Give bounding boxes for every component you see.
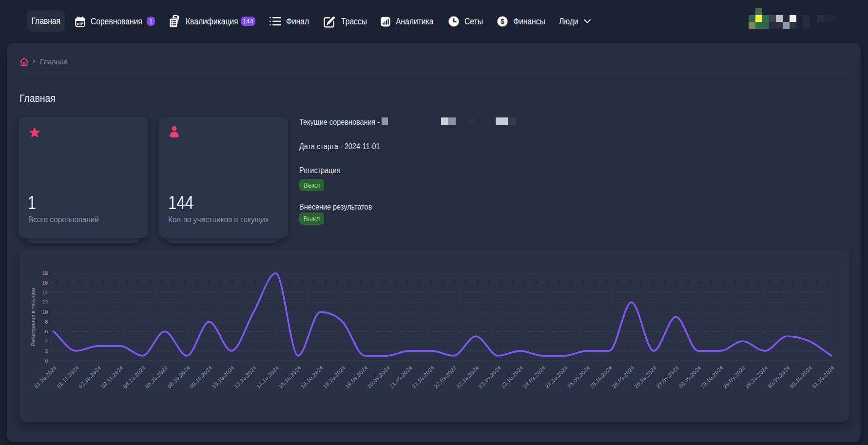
svg-text:2: 2 [45,348,48,354]
svg-text:26.09.2024: 26.09.2024 [611,365,636,389]
svg-text:22.09.2024: 22.09.2024 [433,365,458,389]
svg-text:02.11.2024: 02.11.2024 [100,365,124,389]
svg-text:10.10.2024: 10.10.2024 [211,365,235,389]
svg-text:23.10.2024: 23.10.2024 [500,365,524,389]
svg-text:6: 6 [45,329,48,334]
svg-text:04.10.2024: 04.10.2024 [122,365,147,389]
svg-text:25.09.2024: 25.09.2024 [566,365,591,389]
svg-text:28.10.2024: 28.10.2024 [699,365,724,389]
svg-text:24.09.2024: 24.09.2024 [522,365,547,389]
svg-text:14: 14 [42,290,48,295]
svg-text:30.09.2024: 30.09.2024 [766,365,791,389]
svg-text:29.09.2024: 29.09.2024 [722,365,747,389]
svg-text:18: 18 [42,271,48,276]
svg-text:13.10.2024: 13.10.2024 [233,365,258,389]
svg-text:05.10.2024: 05.10.2024 [144,365,169,389]
svg-text:19.09.2024: 19.09.2024 [344,365,369,389]
svg-text:4: 4 [45,339,48,344]
svg-text:30.10.2024: 30.10.2024 [789,365,813,389]
svg-text:27.09.2024: 27.09.2024 [655,365,680,389]
svg-text:8: 8 [45,319,48,325]
svg-text:01.11.2024: 01.11.2024 [56,365,80,389]
svg-text:Регистрация в текущем: Регистрация в текущем [30,288,36,346]
svg-text:22.10.2024: 22.10.2024 [455,365,480,389]
svg-text:12: 12 [42,300,48,305]
svg-text:18.10.2024: 18.10.2024 [322,365,347,389]
svg-text:14.10.2024: 14.10.2024 [255,365,280,389]
svg-text:26.10.2024: 26.10.2024 [633,365,658,389]
svg-text:31.10.2024: 31.10.2024 [810,365,835,389]
svg-text:10: 10 [42,310,48,315]
svg-text:16.10.2024: 16.10.2024 [300,365,325,389]
svg-text:08.10.2024: 08.10.2024 [166,365,191,389]
svg-text:0: 0 [45,358,48,364]
svg-text:25.10.2024: 25.10.2024 [588,365,613,389]
svg-text:20.09.2024: 20.09.2024 [366,365,391,389]
svg-text:02.10.2024: 02.10.2024 [77,365,102,389]
svg-text:01.10.2024: 01.10.2024 [33,365,58,389]
svg-text:29.10.2024: 29.10.2024 [744,365,769,389]
svg-text:21.10.2024: 21.10.2024 [411,365,436,389]
svg-text:24.10.2024: 24.10.2024 [544,365,569,389]
svg-text:16: 16 [42,280,48,286]
svg-text:15.10.2024: 15.10.2024 [277,365,302,389]
svg-text:09.10.2024: 09.10.2024 [189,365,213,389]
svg-text:28.09.2024: 28.09.2024 [677,365,702,389]
svg-text:21.09.2024: 21.09.2024 [388,365,413,389]
svg-text:23.09.2024: 23.09.2024 [477,365,502,389]
svg-text:$: $ [501,18,504,25]
